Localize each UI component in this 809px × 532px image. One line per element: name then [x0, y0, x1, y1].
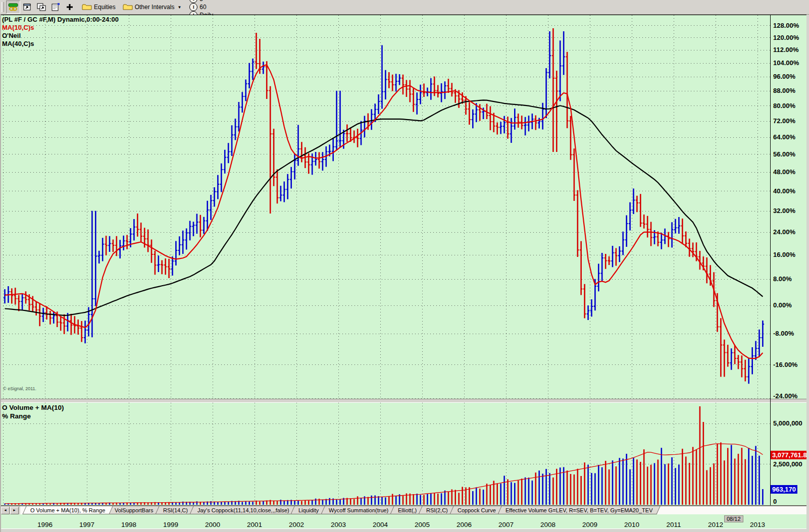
year-label-1999: 1999 — [160, 521, 182, 528]
tab-scroll-left-button[interactable]: ◄ — [1, 507, 10, 514]
study-tab-label: Liquidity — [298, 507, 319, 513]
link-chart-icon — [8, 3, 18, 12]
year-label-2011: 2011 — [663, 521, 685, 528]
study-tab-label: Effective Volume G=LEV, R=SEV, B=TEV, Gy… — [505, 507, 652, 513]
equities-folder-button[interactable]: Equities — [82, 4, 118, 11]
volume-last-value-badge: 963,170 — [771, 485, 797, 494]
duplicate-window-button[interactable] — [34, 1, 48, 14]
volume-legend-line1: O Volume + MA(10) — [2, 403, 64, 412]
esignal-window: Equities Other Intervals ▼ SIWeeklyI5I60… — [0, 0, 809, 532]
properties-icon — [50, 3, 61, 12]
study-tab-0[interactable]: O Volume + MA(10), % Range — [22, 506, 113, 514]
add-symbol-button[interactable] — [63, 1, 77, 14]
study-tab-label: Coppock Curve — [458, 507, 496, 513]
equities-label: Equities — [94, 4, 116, 11]
price-axis-label: 64.00% — [773, 133, 796, 141]
year-label-2008: 2008 — [537, 521, 559, 528]
price-axis-label: 32.00% — [773, 207, 796, 215]
study-tab-1[interactable]: VolSupportBars — [107, 506, 162, 514]
price-axis-label: 24.00% — [773, 228, 796, 236]
study-tabs: O Volume + MA(10), % RangeVolSupportBars… — [24, 506, 656, 514]
year-label-1996: 1996 — [34, 521, 56, 528]
cursor-date-badge: 08/12 — [724, 515, 743, 522]
volume-axis-label: 5,000,000 — [773, 419, 802, 427]
volume-axis-label: 2,500,000 — [773, 460, 802, 468]
price-axis-label: 8.00% — [773, 275, 792, 283]
year-label-2010: 2010 — [621, 521, 643, 528]
year-label-2006: 2006 — [453, 521, 475, 528]
interval-label: 60 — [199, 4, 206, 11]
year-label-1998: 1998 — [118, 521, 140, 528]
window-left-border — [0, 15, 1, 532]
panel-separator — [0, 399, 809, 402]
link-chart-button[interactable] — [6, 1, 20, 14]
study-tab-8[interactable]: Coppock Curve — [449, 506, 503, 514]
window-footer — [0, 528, 809, 532]
study-tab-5[interactable]: Wycoff Summation(true) — [321, 506, 396, 514]
folder-icon — [82, 4, 92, 11]
duplicate-window-icon — [36, 3, 46, 12]
other-intervals-folder-button[interactable]: Other Intervals ▼ — [123, 4, 182, 11]
study-tab-label: RSI(2,C) — [426, 507, 448, 513]
symbol-title: (PL #F / GC #F,M) Dynamic,0:00-24:00 — [2, 16, 119, 24]
year-label-2007: 2007 — [495, 521, 517, 528]
price-axis-label: -8.00% — [773, 330, 794, 337]
price-axis-label: -16.00% — [773, 361, 798, 368]
plus-icon — [65, 3, 74, 12]
study-tab-label: VolSupportBars — [115, 507, 153, 513]
legend-ma40: MA(40,C)s — [2, 40, 119, 48]
price-axis-label: 56.00% — [773, 150, 796, 158]
price-axis-label: 40.00% — [773, 187, 796, 195]
price-axis-label: 0.00% — [773, 301, 792, 309]
sheet-tab-strip: ◄ ► O Volume + MA(10), % RangeVolSupport… — [0, 506, 809, 514]
study-tab-9[interactable]: Effective Volume G=LEV, R=SEV, B=TEV, Gy… — [497, 506, 661, 514]
year-label-2009: 2009 — [579, 521, 601, 528]
price-axis-label: 80.00% — [773, 102, 796, 110]
chart-canvas[interactable]: 128.00%120.00%112.00%104.00%96.00%88.00%… — [0, 15, 809, 506]
year-label-2003: 2003 — [327, 521, 349, 528]
legend-oneil: O'Neil — [2, 32, 119, 40]
volume-axis-label: 0 — [773, 498, 777, 505]
price-axis-label: 128.00% — [773, 22, 799, 29]
properties-button[interactable] — [48, 1, 63, 14]
year-label-2000: 2000 — [201, 521, 224, 528]
year-label-2005: 2005 — [411, 521, 433, 528]
folder-icon — [123, 4, 133, 11]
study-tab-3[interactable]: Jay's Coppock(11,14,10,close,,,false) — [189, 506, 297, 514]
date-axis: 08/12 1996199719981999200020012002200320… — [0, 514, 809, 528]
legend-ma10: MA(10,C)s — [2, 24, 119, 32]
toolbar: Equities Other Intervals ▼ SIWeeklyI5I60… — [0, 0, 809, 15]
price-axis-label: 96.00% — [773, 73, 796, 80]
year-label-2004: 2004 — [369, 521, 391, 528]
year-label-2012: 2012 — [704, 521, 727, 528]
year-label-2002: 2002 — [285, 521, 308, 528]
window-right-border — [806, 15, 809, 532]
price-axis-label: 16.00% — [773, 251, 796, 258]
send-to-window-button[interactable] — [20, 1, 34, 14]
interval-label: 5 — [199, 0, 203, 3]
chart-legend: (PL #F / GC #F,M) Dynamic,0:00-24:00 MA(… — [2, 16, 119, 48]
price-axis-label: 112.00% — [773, 46, 799, 54]
study-tab-label: Jay's Coppock(11,14,10,close,,,false) — [197, 507, 289, 513]
other-intervals-label: Other Intervals — [135, 4, 175, 11]
interval-icon: I — [189, 3, 197, 11]
year-label-2001: 2001 — [243, 521, 266, 528]
price-axis-label: 72.00% — [773, 117, 796, 125]
study-tab-label: RSI(14,C) — [163, 507, 188, 513]
send-to-window-icon — [22, 3, 32, 12]
price-axis-label: 88.00% — [773, 87, 796, 94]
study-tab-label: O Volume + MA(10), % Range — [30, 507, 105, 513]
copyright-text: © eSignal, 2011. — [3, 386, 36, 391]
price-axis-label: 104.00% — [773, 59, 799, 67]
price-axis-label: 48.00% — [773, 168, 796, 176]
tab-scroll-buttons: ◄ ► — [0, 506, 20, 514]
toolbar-handle[interactable] — [2, 2, 4, 12]
year-label-2013: 2013 — [746, 521, 769, 528]
volume-ma-value-badge: 3,077,761.8 — [771, 451, 808, 459]
tab-scroll-right-button[interactable]: ► — [10, 507, 19, 514]
chevron-down-icon: ▼ — [177, 5, 181, 10]
price-axis-label: 120.00% — [773, 34, 799, 41]
interval-button-60[interactable]: I60 — [189, 3, 223, 11]
chart-background — [0, 15, 809, 506]
year-label-1997: 1997 — [76, 521, 98, 528]
